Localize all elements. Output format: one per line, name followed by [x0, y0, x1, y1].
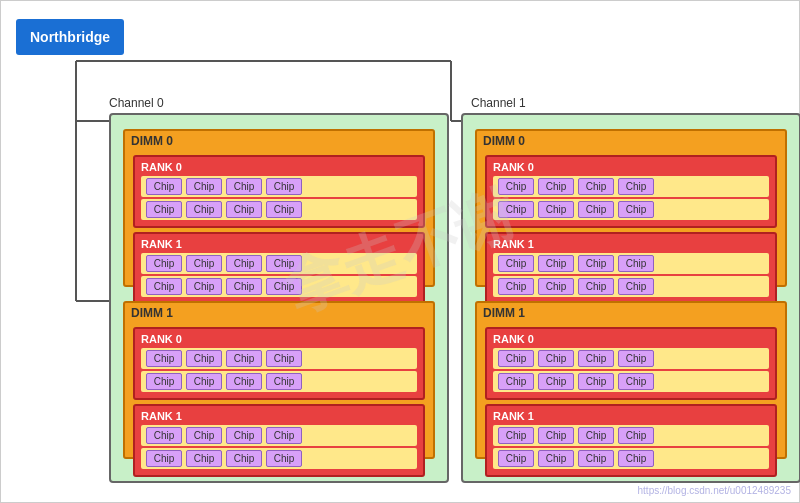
chip: Chip: [498, 201, 534, 218]
chip: Chip: [146, 373, 182, 390]
chip: Chip: [538, 201, 574, 218]
northbridge-label: Northbridge: [30, 29, 110, 45]
chip-row: Chip Chip Chip Chip: [141, 176, 417, 197]
chip: Chip: [578, 278, 614, 295]
chip: Chip: [498, 373, 534, 390]
chip: Chip: [226, 255, 262, 272]
chip: Chip: [146, 255, 182, 272]
chip: Chip: [226, 427, 262, 444]
channel-1-dimm-1-label: DIMM 1: [477, 303, 785, 323]
chip: Chip: [618, 350, 654, 367]
chip: Chip: [226, 278, 262, 295]
chip-row: Chip Chip Chip Chip: [493, 199, 769, 220]
chip: Chip: [146, 450, 182, 467]
chip: Chip: [266, 278, 302, 295]
chip: Chip: [266, 450, 302, 467]
url-watermark: https://blog.csdn.net/u0012489235: [638, 485, 791, 496]
channel-0-dimm-1-rank-0: RANK 0 Chip Chip Chip Chip Chip Chip Chi…: [133, 327, 425, 400]
channel-1-dimm-0-rank-0: RANK 0 Chip Chip Chip Chip Chip Chip Chi…: [485, 155, 777, 228]
chip-row: Chip Chip Chip Chip: [493, 176, 769, 197]
channel-0-dimm-1: DIMM 1 RANK 0 Chip Chip Chip Chip Chip C…: [123, 301, 435, 459]
channel-1-label: Channel 1: [471, 96, 526, 110]
chip: Chip: [186, 178, 222, 195]
chip: Chip: [186, 427, 222, 444]
channel-0-dimm-0-label: DIMM 0: [125, 131, 433, 151]
chip: Chip: [226, 450, 262, 467]
chip: Chip: [498, 278, 534, 295]
chip: Chip: [578, 373, 614, 390]
chip: Chip: [578, 201, 614, 218]
chip-row: Chip Chip Chip Chip: [493, 276, 769, 297]
chip: Chip: [186, 373, 222, 390]
chip: Chip: [266, 255, 302, 272]
channel-1-dimm-1-rank-1-label: RANK 1: [493, 410, 769, 422]
channel-0-dimm-1-rank-1: RANK 1 Chip Chip Chip Chip Chip Chip Chi…: [133, 404, 425, 477]
chip: Chip: [578, 178, 614, 195]
chip: Chip: [618, 450, 654, 467]
chip: Chip: [618, 278, 654, 295]
channel-0-dimm-0-rank-1: RANK 1 Chip Chip Chip Chip Chip Chip Chi…: [133, 232, 425, 305]
chip: Chip: [578, 450, 614, 467]
channel-1-dimm-0-rank-0-label: RANK 0: [493, 161, 769, 173]
chip: Chip: [618, 255, 654, 272]
chip: Chip: [538, 178, 574, 195]
channel-0-dimm-0-rank-0: RANK 0 Chip Chip Chip Chip Chip Chip Chi…: [133, 155, 425, 228]
chip: Chip: [618, 373, 654, 390]
chip: Chip: [226, 201, 262, 218]
chip: Chip: [538, 255, 574, 272]
channel-0-dimm-0: DIMM 0 RANK 0 Chip Chip Chip Chip Chip C…: [123, 129, 435, 287]
chip: Chip: [186, 350, 222, 367]
chip: Chip: [538, 450, 574, 467]
chip: Chip: [498, 450, 534, 467]
chip: Chip: [266, 373, 302, 390]
chip: Chip: [538, 373, 574, 390]
chip: Chip: [186, 450, 222, 467]
chip: Chip: [226, 178, 262, 195]
chip-row: Chip Chip Chip Chip: [141, 276, 417, 297]
chip: Chip: [146, 427, 182, 444]
chip-row: Chip Chip Chip Chip: [493, 425, 769, 446]
channel-0-label: Channel 0: [109, 96, 164, 110]
chip: Chip: [538, 427, 574, 444]
chip: Chip: [498, 350, 534, 367]
channel-1-dimm-0-label: DIMM 0: [477, 131, 785, 151]
chip: Chip: [226, 373, 262, 390]
chip: Chip: [146, 350, 182, 367]
chip: Chip: [578, 427, 614, 444]
chip-row: Chip Chip Chip Chip: [493, 448, 769, 469]
chip: Chip: [266, 350, 302, 367]
chip: Chip: [498, 427, 534, 444]
channel-0-dimm-1-label: DIMM 1: [125, 303, 433, 323]
chip: Chip: [538, 278, 574, 295]
channel-0: DIMM 0 RANK 0 Chip Chip Chip Chip Chip C…: [109, 113, 449, 483]
chip: Chip: [226, 350, 262, 367]
chip: Chip: [618, 427, 654, 444]
chip: Chip: [538, 350, 574, 367]
chip-row: Chip Chip Chip Chip: [493, 348, 769, 369]
chip-row: Chip Chip Chip Chip: [141, 425, 417, 446]
channel-1-dimm-1-rank-0: RANK 0 Chip Chip Chip Chip Chip Chip Chi…: [485, 327, 777, 400]
chip: Chip: [186, 255, 222, 272]
channel-0-dimm-1-rank-1-label: RANK 1: [141, 410, 417, 422]
chip: Chip: [618, 201, 654, 218]
channel-1: DIMM 0 RANK 0 Chip Chip Chip Chip Chip C…: [461, 113, 800, 483]
chip-row: Chip Chip Chip Chip: [141, 371, 417, 392]
chip: Chip: [186, 201, 222, 218]
chip: Chip: [578, 255, 614, 272]
chip-row: Chip Chip Chip Chip: [141, 199, 417, 220]
chip: Chip: [618, 178, 654, 195]
channel-1-dimm-1-rank-0-label: RANK 0: [493, 333, 769, 345]
channel-1-dimm-1-rank-1: RANK 1 Chip Chip Chip Chip Chip Chip Chi…: [485, 404, 777, 477]
chip-row: Chip Chip Chip Chip: [493, 253, 769, 274]
chip-row: Chip Chip Chip Chip: [493, 371, 769, 392]
chip: Chip: [146, 201, 182, 218]
chip-row: Chip Chip Chip Chip: [141, 448, 417, 469]
chip: Chip: [186, 278, 222, 295]
channel-1-dimm-1: DIMM 1 RANK 0 Chip Chip Chip Chip Chip C…: [475, 301, 787, 459]
channel-0-dimm-0-rank-1-label: RANK 1: [141, 238, 417, 250]
chip-row: Chip Chip Chip Chip: [141, 348, 417, 369]
chip: Chip: [266, 178, 302, 195]
chip: Chip: [266, 427, 302, 444]
chip: Chip: [578, 350, 614, 367]
chip: Chip: [498, 178, 534, 195]
